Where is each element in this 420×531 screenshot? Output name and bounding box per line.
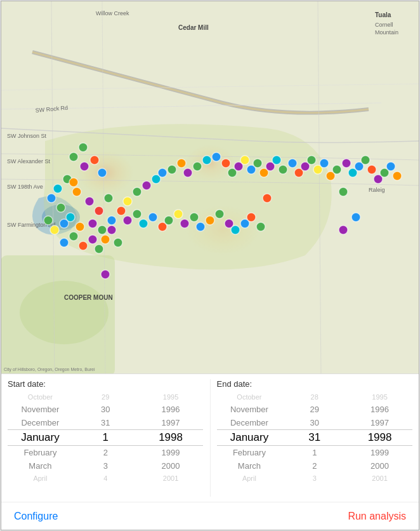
date-row-year[interactable]: 2001 (347, 473, 412, 484)
svg-point-83 (180, 219, 189, 228)
date-row-day[interactable]: 31 (73, 416, 138, 429)
date-row-day[interactable]: 3 (73, 459, 138, 473)
svg-point-99 (88, 235, 97, 244)
svg-point-77 (133, 210, 141, 218)
date-row-day[interactable]: 28 (282, 391, 347, 403)
date-row-month[interactable]: November (8, 403, 73, 416)
date-row-year[interactable]: 1995 (138, 391, 204, 403)
svg-point-79 (148, 213, 157, 222)
svg-point-34 (88, 219, 97, 228)
date-row-month[interactable]: February (8, 446, 73, 459)
date-row-month[interactable]: December (8, 416, 73, 429)
date-row-year[interactable]: 1997 (347, 416, 412, 429)
date-row-month[interactable]: November (217, 403, 282, 416)
svg-point-108 (339, 187, 348, 196)
date-row-month[interactable]: March (8, 459, 73, 473)
end-date-picker[interactable]: OctoberNovemberDecemberJanuaryFebruaryMa… (217, 391, 413, 497)
svg-text:Cornell: Cornell (375, 22, 393, 28)
date-row-year[interactable]: 1999 (347, 446, 412, 459)
svg-point-100 (95, 245, 103, 253)
date-row-day[interactable]: 31 (282, 429, 347, 446)
date-row-year[interactable]: 1996 (347, 403, 412, 416)
svg-point-31 (56, 203, 65, 212)
start-date-label: Start date: (8, 379, 204, 389)
date-row-day[interactable]: 2 (282, 459, 347, 473)
svg-point-71 (367, 165, 376, 174)
date-row-day[interactable]: 4 (73, 473, 138, 484)
svg-point-25 (53, 184, 62, 193)
date-row-month[interactable]: January (8, 429, 73, 446)
date-row-month[interactable]: October (8, 391, 73, 403)
date-row-year[interactable]: 1996 (138, 403, 204, 416)
svg-point-48 (212, 152, 221, 161)
svg-point-102 (60, 219, 69, 228)
end-date-section: End date: OctoberNovemberDecemberJanuary… (211, 374, 419, 502)
svg-point-110 (339, 225, 348, 234)
start-date-columns-day-col[interactable]: 2930311234 (73, 391, 138, 497)
date-row-day[interactable]: 2 (73, 446, 138, 459)
date-row-day[interactable]: 30 (282, 416, 347, 429)
date-row-year[interactable]: 1997 (138, 416, 204, 429)
svg-point-97 (69, 232, 78, 241)
svg-text:Tuala: Tuala (375, 11, 391, 18)
date-row-month[interactable]: March (217, 459, 282, 473)
date-row-day[interactable]: 1 (282, 446, 347, 459)
svg-point-43 (167, 165, 176, 174)
svg-point-52 (240, 156, 249, 165)
svg-point-27 (85, 197, 94, 206)
date-row-day[interactable]: 29 (73, 391, 138, 403)
svg-point-89 (231, 225, 240, 234)
svg-point-76 (123, 216, 132, 225)
svg-text:SW 198th Ave: SW 198th Ave (7, 184, 43, 190)
date-row-year[interactable]: 2001 (138, 473, 204, 484)
start-date-columns-year-col[interactable]: 1995199619971998199920002001 (138, 391, 204, 497)
end-date-columns-day-col[interactable]: 28293031123 (282, 391, 347, 497)
start-date-columns-month-col[interactable]: OctoberNovemberDecemberJanuaryFebruaryMa… (8, 391, 73, 497)
svg-point-104 (101, 270, 110, 279)
svg-text:Cedar Mill: Cedar Mill (178, 24, 209, 31)
svg-point-91 (247, 213, 256, 222)
date-row-month[interactable]: April (8, 473, 73, 484)
date-row-month[interactable]: January (217, 429, 282, 446)
svg-point-86 (206, 216, 214, 225)
date-row-month[interactable]: April (217, 473, 282, 484)
run-analysis-button[interactable]: Run analysis (348, 508, 406, 525)
start-date-picker[interactable]: OctoberNovemberDecemberJanuaryFebruaryMa… (8, 391, 204, 497)
date-row-day[interactable]: 3 (282, 473, 347, 484)
footer-bar: Configure Run analysis (1, 502, 419, 530)
date-row-day[interactable]: 1 (73, 429, 138, 446)
svg-point-33 (75, 222, 84, 231)
svg-point-95 (114, 238, 122, 247)
svg-point-74 (386, 162, 395, 171)
end-date-label: End date: (217, 379, 413, 389)
date-row-month[interactable]: February (217, 446, 282, 459)
date-row-year[interactable]: 2000 (347, 459, 412, 473)
svg-point-66 (332, 165, 341, 174)
svg-point-93 (101, 235, 110, 244)
configure-button[interactable]: Configure (14, 508, 58, 525)
end-date-columns-month-col[interactable]: OctoberNovemberDecemberJanuaryFebruaryMa… (217, 391, 282, 497)
date-row-year[interactable]: 1995 (347, 391, 412, 403)
svg-point-49 (221, 159, 230, 168)
date-row-year[interactable]: 1998 (347, 429, 412, 446)
date-row-month[interactable]: December (217, 416, 282, 429)
svg-text:Mountain: Mountain (375, 29, 398, 36)
svg-point-92 (256, 222, 265, 231)
svg-point-46 (193, 162, 202, 171)
svg-point-84 (190, 213, 199, 222)
svg-point-23 (98, 168, 107, 177)
date-row-day[interactable]: 30 (73, 403, 138, 416)
map-area: SW Rock Rd SW Johnson St SW Alexander St… (1, 1, 419, 376)
date-row-month[interactable]: October (217, 391, 282, 403)
date-row-year[interactable]: 1998 (138, 429, 204, 446)
svg-point-103 (44, 216, 53, 225)
svg-point-30 (47, 194, 56, 203)
svg-point-42 (158, 168, 167, 177)
end-date-columns-year-col[interactable]: 1995199619971998199920002001 (347, 391, 412, 497)
svg-point-59 (288, 159, 297, 168)
date-row-day[interactable]: 29 (282, 403, 347, 416)
date-row-year[interactable]: 1999 (138, 446, 204, 459)
svg-point-106 (79, 143, 88, 152)
date-row-year[interactable]: 2000 (138, 459, 204, 473)
svg-point-40 (142, 181, 151, 190)
